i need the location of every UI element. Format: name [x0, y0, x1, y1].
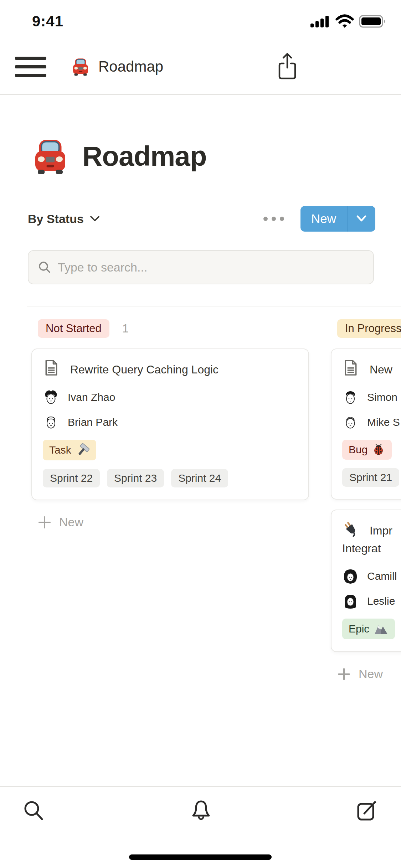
- home-indicator[interactable]: [129, 854, 272, 860]
- clock: 9:41: [32, 13, 63, 30]
- view-selector[interactable]: By Status: [28, 212, 100, 226]
- assignee: Simon: [342, 389, 401, 405]
- search-icon: [38, 260, 51, 274]
- assignee-list: Camill Leslie: [342, 568, 401, 609]
- page-header: Roadmap: [30, 136, 206, 176]
- avatar: [342, 568, 359, 584]
- card-title: New: [370, 363, 392, 376]
- assignee-name: Camill: [367, 570, 397, 582]
- type-tag-row: Epic: [342, 619, 401, 639]
- column-not-started: Not Started 1 Rewrite Query Caching Logi…: [31, 319, 309, 681]
- column-header: Not Started 1: [38, 319, 309, 339]
- chevron-down-icon: [89, 215, 100, 222]
- add-new-card-button[interactable]: New: [337, 667, 401, 681]
- page-title: Roadmap: [82, 140, 206, 172]
- assignee-name: Leslie: [367, 595, 395, 607]
- share-icon[interactable]: [276, 51, 298, 81]
- assignee-list: Ivan Zhao Brian Park: [43, 389, 298, 430]
- card-title-row: Rewrite Query Caching Logic: [43, 359, 298, 378]
- card-new[interactable]: New Simon Mike S Bug: [331, 348, 401, 500]
- assignee-name: Brian Park: [68, 416, 118, 428]
- divider: [27, 306, 401, 306]
- search-input[interactable]: Type to search...: [28, 250, 374, 284]
- assignee-list: Simon Mike S: [342, 389, 401, 430]
- sprint-tag: Sprint 22: [43, 469, 100, 487]
- avatar: [342, 593, 359, 609]
- red-car-emoji: [30, 136, 70, 176]
- tag-label: Task: [49, 444, 71, 456]
- add-new-label: New: [59, 515, 83, 529]
- view-selector-label: By Status: [28, 212, 84, 226]
- assignee-name: Ivan Zhao: [68, 391, 115, 403]
- status-badge: Not Started: [38, 319, 109, 338]
- cellular-signal-icon: [310, 14, 330, 29]
- card-title-line2: Integrat: [342, 539, 401, 557]
- search-tab-icon[interactable]: [22, 799, 46, 822]
- status-icons: [310, 14, 387, 29]
- assignee: Leslie: [342, 593, 401, 609]
- assignee-name: Mike S: [367, 416, 400, 428]
- sprint-tag: Sprint 24: [171, 469, 228, 487]
- search-placeholder: Type to search...: [58, 260, 147, 274]
- compose-icon[interactable]: [355, 799, 379, 822]
- electric-plug-emoji: [342, 520, 359, 537]
- card-improve-integrations[interactable]: Impr Integrat Camill Leslie Epic: [331, 510, 401, 652]
- add-new-card-button[interactable]: New: [38, 515, 309, 529]
- avatar: [43, 389, 59, 405]
- sprint-tag: Sprint 21: [342, 468, 399, 487]
- assignee: Camill: [342, 568, 401, 584]
- tag-label: Bug: [349, 444, 367, 456]
- document-icon: [43, 359, 60, 376]
- assignee: Brian Park: [43, 414, 298, 430]
- nav-title-group: Roadmap: [71, 57, 163, 77]
- ladybug-emoji: [372, 443, 385, 456]
- tag-label: Epic: [349, 623, 369, 635]
- nav-title: Roadmap: [98, 58, 163, 75]
- more-options-button[interactable]: [263, 213, 284, 224]
- type-tag-row: Bug: [342, 440, 401, 460]
- new-button-dropdown[interactable]: [347, 206, 375, 232]
- view-toolbar: By Status New: [28, 206, 375, 232]
- assignee: Mike S: [342, 414, 401, 430]
- task-tag: Task: [43, 440, 96, 460]
- card-title-row: Impr Integrat: [342, 520, 401, 557]
- new-button[interactable]: New: [300, 206, 347, 232]
- column-in-progress: In Progress New Simon Mike S: [331, 319, 401, 681]
- wifi-icon: [335, 14, 354, 29]
- red-car-emoji: [71, 57, 91, 77]
- menu-icon[interactable]: [15, 57, 46, 77]
- chevron-down-icon: [356, 215, 367, 222]
- new-button-group: New: [300, 206, 375, 232]
- card-title-row: New: [342, 359, 401, 378]
- epic-tag: Epic: [342, 619, 395, 639]
- notifications-bell-icon[interactable]: [189, 799, 213, 822]
- column-count: 1: [122, 322, 129, 335]
- column-header: In Progress: [337, 319, 401, 339]
- status-badge: In Progress: [337, 319, 401, 338]
- avatar: [43, 414, 59, 430]
- plus-icon: [38, 516, 51, 529]
- document-icon: [342, 359, 359, 376]
- bug-tag: Bug: [342, 440, 392, 460]
- avatar: [342, 389, 359, 405]
- add-new-label: New: [359, 667, 383, 681]
- hammer-emoji: [76, 443, 90, 457]
- sprint-tag-row: Sprint 21: [342, 468, 401, 487]
- sprint-tag: Sprint 23: [107, 469, 164, 487]
- plus-icon: [337, 667, 351, 681]
- top-nav-bar: Roadmap: [0, 39, 401, 95]
- notion-mobile-app: 9:41 Roadmap: [0, 0, 401, 868]
- assignee-name: Simon: [367, 391, 397, 403]
- card-title-line1: Impr: [370, 524, 392, 537]
- snow-capped-mountain-emoji: [374, 622, 389, 636]
- card-title: Rewrite Query Caching Logic: [70, 363, 219, 376]
- assignee: Ivan Zhao: [43, 389, 298, 405]
- kanban-board: Not Started 1 Rewrite Query Caching Logi…: [31, 319, 401, 681]
- sprint-tag-row: Sprint 22 Sprint 23 Sprint 24: [43, 469, 298, 487]
- status-bar: 9:41: [0, 0, 401, 39]
- battery-icon: [359, 14, 387, 29]
- avatar: [342, 414, 359, 430]
- card-rewrite-query-caching-logic[interactable]: Rewrite Query Caching Logic Ivan Zhao Br…: [31, 348, 309, 500]
- type-tag-row: Task: [43, 440, 298, 460]
